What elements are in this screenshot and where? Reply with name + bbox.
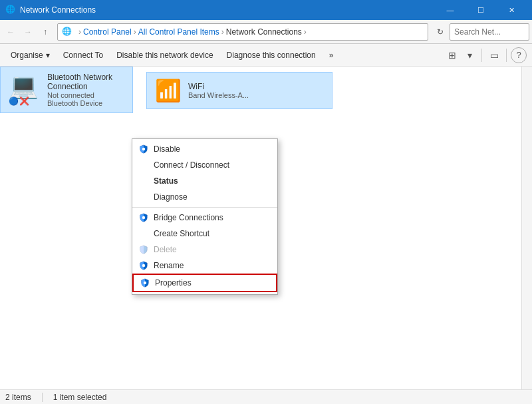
- wifi-info: WiFi Band Wireless-A...: [188, 82, 249, 99]
- shield-icon-disable: [138, 143, 150, 155]
- up-button[interactable]: ↑: [37, 24, 53, 40]
- svg-point-0: [142, 148, 145, 150]
- bluetooth-icon-wrap: 💻 🔵 ❌: [9, 74, 41, 106]
- ctx-delete[interactable]: Delete: [132, 242, 277, 258]
- maximize-button[interactable]: ☐: [466, 0, 496, 20]
- wifi-icon: 📶: [155, 78, 182, 103]
- bluetooth-icon: 🔵: [9, 97, 19, 106]
- network-computer-icon: 💻: [9, 74, 41, 98]
- search-input[interactable]: [454, 27, 532, 37]
- ctx-diagnose[interactable]: Diagnose: [132, 189, 277, 205]
- ctx-status-label: Status: [154, 176, 178, 186]
- wifi-item[interactable]: 📶 WiFi Band Wireless-A...: [146, 72, 332, 109]
- search-box: 🔍: [450, 23, 529, 41]
- ctx-delete-label: Delete: [154, 245, 177, 254]
- shield-icon-bridge: [138, 212, 150, 224]
- wifi-name: WiFi: [188, 82, 249, 91]
- more-button[interactable]: »: [324, 47, 339, 64]
- status-bar: 2 items 1 item selected: [0, 389, 532, 404]
- shield-icon-rename: [138, 260, 150, 272]
- toolbar: Organise ▾ Connect To Disable this netwo…: [0, 44, 532, 67]
- view-dropdown-button[interactable]: ▾: [462, 47, 477, 63]
- content-area: 💻 🔵 ❌ Bluetooth Network Connection Not c…: [0, 67, 532, 389]
- ctx-shortcut-label: Create Shortcut: [154, 229, 209, 238]
- svg-point-3: [144, 282, 146, 284]
- breadcrumb-all-items[interactable]: All Control Panel Items: [138, 27, 219, 37]
- shield-icon-delete: [138, 244, 150, 256]
- breadcrumb: 🌐 › Control Panel › All Control Panel It…: [57, 23, 428, 41]
- disable-network-button[interactable]: Disable this network device: [111, 47, 218, 64]
- breadcrumb-current: Network Connections: [226, 27, 302, 37]
- breadcrumb-icon: 🌐: [62, 27, 72, 37]
- app-icon: 🌐: [5, 5, 16, 15]
- ctx-disable[interactable]: Disable: [132, 141, 277, 157]
- breadcrumb-control-panel[interactable]: Control Panel: [83, 27, 132, 37]
- toolbar-divider2: [506, 49, 507, 62]
- organise-button[interactable]: Organise ▾: [5, 47, 55, 64]
- close-button[interactable]: ✕: [496, 0, 527, 20]
- scrollbar[interactable]: [521, 67, 532, 389]
- ctx-bridge[interactable]: Bridge Connections: [132, 210, 277, 226]
- ctx-properties[interactable]: Properties: [132, 274, 277, 292]
- wifi-desc: Band Wireless-A...: [188, 91, 249, 99]
- selected-count: 1 item selected: [53, 393, 107, 402]
- item-count: 2 items: [5, 393, 31, 402]
- ctx-bridge-label: Bridge Connections: [154, 213, 223, 222]
- network-status: Not connected: [47, 91, 124, 99]
- title-bar: 🌐 Network Connections — ☐ ✕: [0, 0, 532, 20]
- ctx-separator-1: [132, 207, 277, 208]
- network-name: Bluetooth Network Connection: [47, 73, 124, 91]
- ctx-status[interactable]: Status: [132, 173, 277, 189]
- ctx-rename-label: Rename: [154, 261, 184, 270]
- window-title: Network Connections: [20, 5, 435, 15]
- ctx-properties-label: Properties: [155, 278, 192, 288]
- status-divider: [42, 393, 43, 402]
- diagnose-connection-button[interactable]: Diagnose this connection: [221, 47, 321, 64]
- network-type: Bluetooth Device: [47, 99, 124, 107]
- context-menu: Disable Connect / Disconnect Status Diag…: [132, 138, 278, 295]
- window-controls: — ☐ ✕: [435, 0, 527, 20]
- back-button[interactable]: ←: [3, 24, 19, 40]
- ctx-connect-label: Connect / Disconnect: [154, 160, 229, 170]
- svg-point-2: [142, 264, 145, 267]
- minimize-button[interactable]: —: [435, 0, 466, 20]
- chevron-down-icon: ▾: [46, 51, 50, 60]
- details-pane-button[interactable]: ▭: [486, 47, 502, 63]
- bluetooth-network-item[interactable]: 💻 🔵 ❌ Bluetooth Network Connection Not c…: [0, 67, 133, 113]
- svg-point-1: [142, 216, 145, 219]
- help-button[interactable]: ?: [511, 47, 527, 63]
- change-view-button[interactable]: ⊞: [444, 47, 460, 63]
- ctx-rename[interactable]: Rename: [132, 258, 277, 274]
- view-buttons: ⊞ ▾: [444, 47, 477, 63]
- error-icon: ❌: [19, 97, 29, 106]
- address-bar: ← → ↑ 🌐 › Control Panel › All Control Pa…: [0, 20, 532, 44]
- refresh-button[interactable]: ↻: [432, 24, 448, 40]
- network-info: Bluetooth Network Connection Not connect…: [47, 73, 124, 107]
- ctx-disable-label: Disable: [154, 144, 180, 154]
- ctx-shortcut[interactable]: Create Shortcut: [132, 226, 277, 242]
- ctx-connect[interactable]: Connect / Disconnect: [132, 157, 277, 173]
- forward-button[interactable]: →: [20, 24, 36, 40]
- ctx-diagnose-label: Diagnose: [154, 192, 188, 202]
- shield-icon-properties: [139, 277, 151, 289]
- toolbar-divider: [481, 49, 482, 62]
- bluetooth-badge: 🔵 ❌: [9, 97, 29, 106]
- connect-to-button[interactable]: Connect To: [58, 47, 109, 64]
